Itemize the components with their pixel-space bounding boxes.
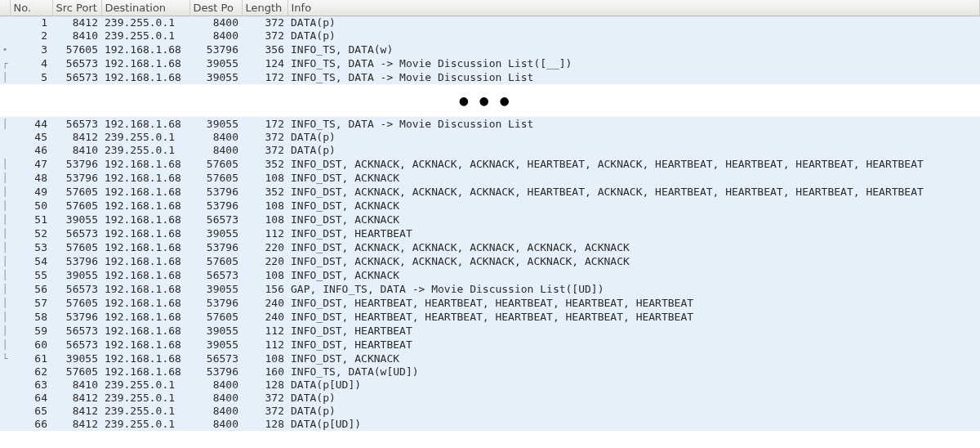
table-row[interactable]: │5139055192.168.1.6856573108INFO_DST, AC… <box>0 213 980 226</box>
info-cell: INFO_DST, ACKNACK <box>287 199 980 213</box>
info-cell: INFO_TS, DATA(w[UD]) <box>287 365 980 379</box>
info-cell: DATA(p[UD]) <box>287 418 980 431</box>
destination-cell: 239.255.0.1 <box>101 144 189 157</box>
destination-cell: 192.168.1.68 <box>101 56 189 70</box>
dest-port-cell: 56573 <box>189 213 242 226</box>
dest-port-cell: 39055 <box>189 338 242 352</box>
table-row[interactable]: 28410239.255.0.18400372DATA(p) <box>0 29 980 43</box>
packet-list-header[interactable]: No. Src Port Destination Dest Po Length … <box>0 0 980 16</box>
table-row[interactable]: └6139055192.168.1.6856573108INFO_DST, AC… <box>0 352 980 365</box>
destination-cell: 192.168.1.68 <box>101 171 189 185</box>
destination-cell: 239.255.0.1 <box>101 418 189 431</box>
column-header-gutter[interactable] <box>0 0 10 16</box>
dest-port-cell: 39055 <box>189 70 242 84</box>
table-row[interactable]: 648412239.255.0.18400372DATA(p) <box>0 392 980 405</box>
packet-number-cell: 3 <box>10 43 52 56</box>
related-packet-mark-icon <box>0 405 10 418</box>
table-row[interactable]: 458412239.255.0.18400372DATA(p) <box>0 131 980 144</box>
related-packet-mark-icon: └ <box>0 352 10 365</box>
table-row[interactable]: │4957605192.168.1.6853796352INFO_DST, AC… <box>0 185 980 199</box>
info-cell: INFO_DST, ACKNACK, ACKNACK, ACKNACK, ACK… <box>287 254 980 268</box>
packet-number-cell: 49 <box>10 185 52 199</box>
table-row[interactable]: ┌456573192.168.1.6839055124INFO_TS, DATA… <box>0 56 980 70</box>
packet-number-cell: 4 <box>10 56 52 70</box>
dest-port-cell: 56573 <box>189 268 242 282</box>
column-header-dp[interactable]: Dest Po <box>189 0 242 16</box>
table-row[interactable]: 18412239.255.0.18400372DATA(p) <box>0 16 980 30</box>
packet-number-cell: 66 <box>10 418 52 431</box>
related-packet-mark-icon: │ <box>0 226 10 240</box>
src-port-cell: 8412 <box>52 405 101 418</box>
src-port-cell: 53796 <box>52 310 101 324</box>
table-row[interactable]: │5357605192.168.1.6853796220INFO_DST, AC… <box>0 240 980 254</box>
info-cell: INFO_DST, ACKNACK <box>287 213 980 226</box>
table-row[interactable]: 668412239.255.0.18400128DATA(p[UD]) <box>0 418 980 431</box>
dest-port-cell: 8400 <box>189 131 242 144</box>
dest-port-cell: 53796 <box>189 365 242 379</box>
info-cell: DATA(p[UD]) <box>287 379 980 392</box>
related-packet-mark-icon: │ <box>0 199 10 213</box>
packet-list-table[interactable]: No. Src Port Destination Dest Po Length … <box>0 0 980 431</box>
table-row[interactable]: │5853796192.168.1.6857605240INFO_DST, HE… <box>0 310 980 324</box>
info-cell: DATA(p) <box>287 29 980 43</box>
length-cell: 112 <box>242 226 287 240</box>
info-cell: INFO_DST, HEARTBEAT <box>287 226 980 240</box>
table-row[interactable]: │5057605192.168.1.6853796108INFO_DST, AC… <box>0 199 980 213</box>
table-row[interactable]: │6056573192.168.1.6839055112INFO_DST, HE… <box>0 338 980 352</box>
related-packet-mark-icon <box>0 144 10 157</box>
table-row[interactable]: │4853796192.168.1.6857605108INFO_DST, AC… <box>0 171 980 185</box>
destination-cell: 192.168.1.68 <box>101 365 189 379</box>
src-port-cell: 57605 <box>52 43 101 56</box>
table-row[interactable]: │5956573192.168.1.6839055112INFO_DST, HE… <box>0 324 980 338</box>
length-cell: 156 <box>242 282 287 296</box>
destination-cell: 192.168.1.68 <box>101 226 189 240</box>
table-row[interactable]: │5656573192.168.1.6839055156GAP, INFO_TS… <box>0 282 980 296</box>
table-row[interactable]: •357605192.168.1.6853796356INFO_TS, DATA… <box>0 43 980 56</box>
length-cell: 108 <box>242 352 287 365</box>
table-row[interactable]: │5539055192.168.1.6856573108INFO_DST, AC… <box>0 268 980 282</box>
column-header-src[interactable]: Src Port <box>52 0 101 16</box>
table-row[interactable]: 6257605192.168.1.6853796160INFO_TS, DATA… <box>0 365 980 379</box>
table-row[interactable]: 638410239.255.0.18400128DATA(p[UD]) <box>0 379 980 392</box>
table-row[interactable]: 658412239.255.0.18400372DATA(p) <box>0 405 980 418</box>
related-packet-mark-icon <box>0 29 10 43</box>
related-packet-mark-icon: │ <box>0 268 10 282</box>
related-packet-mark-icon: ┌ <box>0 56 10 70</box>
dest-port-cell: 8400 <box>189 379 242 392</box>
dest-port-cell: 57605 <box>189 157 242 171</box>
related-packet-mark-icon <box>0 131 10 144</box>
table-row[interactable]: │4456573192.168.1.6839055172INFO_TS, DAT… <box>0 117 980 131</box>
column-header-len[interactable]: Length <box>242 0 287 16</box>
table-row[interactable]: │4753796192.168.1.6857605352INFO_DST, AC… <box>0 157 980 171</box>
column-header-no[interactable]: No. <box>10 0 52 16</box>
info-cell: INFO_DST, HEARTBEAT, HEARTBEAT, HEARTBEA… <box>287 310 980 324</box>
destination-cell: 192.168.1.68 <box>101 352 189 365</box>
dest-port-cell: 53796 <box>189 296 242 310</box>
destination-cell: 192.168.1.68 <box>101 254 189 268</box>
src-port-cell: 8412 <box>52 16 101 30</box>
destination-cell: 192.168.1.68 <box>101 185 189 199</box>
src-port-cell: 39055 <box>52 352 101 365</box>
destination-cell: 192.168.1.68 <box>101 296 189 310</box>
info-cell: INFO_DST, ACKNACK, ACKNACK, ACKNACK, HEA… <box>287 185 980 199</box>
table-row[interactable]: │5757605192.168.1.6853796240INFO_DST, HE… <box>0 296 980 310</box>
related-packet-mark-icon: │ <box>0 296 10 310</box>
packet-number-cell: 47 <box>10 157 52 171</box>
column-header-dst[interactable]: Destination <box>101 0 189 16</box>
related-packet-mark-icon: • <box>0 43 10 56</box>
packet-number-cell: 59 <box>10 324 52 338</box>
packet-number-cell: 2 <box>10 29 52 43</box>
length-cell: 108 <box>242 268 287 282</box>
table-row[interactable]: │5256573192.168.1.6839055112INFO_DST, HE… <box>0 226 980 240</box>
dest-port-cell: 57605 <box>189 310 242 324</box>
table-row[interactable]: │556573192.168.1.6839055172INFO_TS, DATA… <box>0 70 980 84</box>
table-row[interactable]: 468410239.255.0.18400372DATA(p) <box>0 144 980 157</box>
info-cell: DATA(p) <box>287 392 980 405</box>
column-header-info[interactable]: Info <box>287 0 980 16</box>
length-cell: 220 <box>242 240 287 254</box>
table-row[interactable]: │5453796192.168.1.6857605220INFO_DST, AC… <box>0 254 980 268</box>
info-cell: INFO_DST, ACKNACK <box>287 171 980 185</box>
src-port-cell: 56573 <box>52 324 101 338</box>
src-port-cell: 57605 <box>52 185 101 199</box>
related-packet-mark-icon: │ <box>0 157 10 171</box>
